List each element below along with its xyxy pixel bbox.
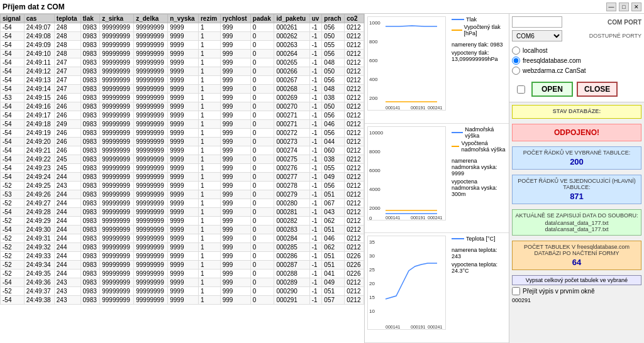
svg-text:35: 35 — [369, 239, 375, 245]
table-cell-16-10: 000276 — [274, 164, 309, 173]
table-cell-26-8: 999 — [220, 252, 250, 261]
table-cell-22-10: 000282 — [274, 217, 309, 226]
table-cell-4-8: 999 — [220, 58, 250, 67]
table-cell-23-12: 051 — [322, 226, 345, 234]
table-cell-1-1: 24:49:08 — [24, 32, 54, 41]
table-cell-7-9: 0 — [250, 85, 274, 94]
table-cell-17-13: 0212 — [345, 173, 364, 182]
open-close-row: OPEN CLOSE — [512, 79, 641, 99]
table-cell-12-3: 0983 — [80, 129, 100, 138]
table-cell-20-1: 24:49:27 — [24, 199, 54, 208]
table-cell-16-5: 99999999 — [134, 164, 168, 173]
table-cell-23-10: 000283 — [274, 226, 309, 234]
table-row: -5424:49:1024809839999999999999999999919… — [1, 50, 364, 58]
table-cell-22-6: 9999 — [168, 217, 199, 226]
svg-text:600: 600 — [369, 58, 378, 63]
table-cell-25-4: 99999999 — [100, 243, 134, 252]
table-cell-13-5: 99999999 — [134, 138, 168, 146]
table-cell-20-11: -1 — [309, 199, 322, 208]
table-row: -5424:49:1724609839999999999999999999919… — [1, 111, 364, 120]
vypsat-btn[interactable]: Vypsat celkový počet tabulek ve vybrané — [512, 275, 641, 285]
radio-freesql-input[interactable] — [512, 57, 520, 65]
table-cell-18-2: 243 — [54, 182, 80, 190]
com-input[interactable] — [512, 16, 562, 28]
table-cell-12-2: 246 — [54, 129, 80, 138]
radio-localhost-input[interactable] — [512, 46, 520, 55]
table-cell-22-12: 062 — [322, 217, 345, 226]
close-button[interactable]: CLOSE — [577, 82, 618, 97]
table-cell-11-0: -54 — [1, 120, 25, 129]
pressure-vypocteny: vypocteny tlak:13,099999999hPa — [452, 50, 506, 62]
table-cell-3-11: -1 — [309, 50, 322, 58]
table-cell-22-1: 24:49:29 — [24, 217, 54, 226]
open-button[interactable]: OPEN — [531, 82, 573, 97]
table-header-id_paketu: id_paketu — [274, 14, 309, 23]
table-cell-25-3: 0983 — [80, 243, 100, 252]
table-cell-16-2: 245 — [54, 164, 80, 173]
table-cell-13-8: 999 — [220, 138, 250, 146]
table-cell-3-10: 000264 — [274, 50, 309, 58]
table-cell-5-4: 99999999 — [100, 67, 134, 76]
table-cell-19-5: 99999999 — [134, 190, 168, 199]
table-cell-28-4: 99999999 — [100, 270, 134, 278]
temperature-chart-area: 35 30 25 20 15 10 000141 000191 000241 — [367, 236, 449, 340]
table-cell-1-3: 0983 — [80, 32, 100, 41]
table-cell-13-4: 99999999 — [100, 138, 134, 146]
table-row: -5424:49:3624309839999999999999999999919… — [1, 278, 364, 287]
table-cell-7-10: 000268 — [274, 85, 309, 94]
table-cell-0-11: -1 — [309, 23, 322, 32]
table-cell-23-7: 1 — [198, 226, 220, 234]
table-row: -5424:49:2424409839999999999999999999919… — [1, 173, 364, 182]
table-cell-4-4: 99999999 — [100, 58, 134, 67]
table-cell-22-7: 1 — [198, 217, 220, 226]
table-cell-27-3: 0983 — [80, 261, 100, 270]
pressure-legend-1: Tlak — [452, 16, 506, 23]
table-cell-0-4: 99999999 — [100, 23, 134, 32]
table-row: -5224:49:2924409839999999999999999999919… — [1, 217, 364, 226]
radio-webzdarma-input[interactable] — [512, 67, 520, 75]
table-cell-22-11: -1 — [309, 217, 322, 226]
table-scroll[interactable]: signalcasteplotatlakz_sirkaz_delkan_vysk… — [0, 14, 364, 328]
pocet-radku-sjednocujici-value: 871 — [515, 192, 638, 201]
close-btn[interactable]: ✕ — [631, 3, 641, 11]
controls-top: COM PORT COM6 DOSTUPNÉ PORTY localhost f… — [509, 14, 644, 102]
stav-databaze-section: STAV DATABÁZE: — [512, 105, 641, 119]
table-cell-24-2: 244 — [54, 234, 80, 243]
table-cell-1-4: 99999999 — [100, 32, 134, 41]
checkbox-input[interactable] — [517, 85, 525, 94]
maximize-btn[interactable]: □ — [619, 3, 629, 11]
table-cell-18-12: 056 — [322, 182, 345, 190]
table-cell-5-9: 0 — [250, 67, 274, 76]
table-cell-5-10: 000266 — [274, 67, 309, 76]
table-cell-16-8: 999 — [220, 164, 250, 173]
pressure-chart-block: 1000 800 600 400 200 000141 000191 00024… — [365, 14, 509, 124]
table-cell-15-6: 9999 — [168, 155, 199, 164]
svg-text:6000: 6000 — [369, 168, 380, 173]
table-cell-5-0: -54 — [1, 67, 25, 76]
table-cell-20-2: 244 — [54, 199, 80, 208]
altitude-legend-2: Vypočtená nadmořská výška — [452, 140, 506, 153]
table-cell-23-1: 24:49:30 — [24, 226, 54, 234]
table-cell-30-5: 99999999 — [134, 287, 168, 296]
table-cell-14-10: 000274 — [274, 146, 309, 155]
table-cell-1-10: 000262 — [274, 32, 309, 41]
prejit-checkbox[interactable] — [512, 287, 520, 295]
table-cell-26-5: 99999999 — [134, 252, 168, 261]
svg-text:000241: 000241 — [428, 106, 442, 110]
window-title: Příjem dat z COM — [3, 3, 65, 11]
table-cell-28-2: 244 — [54, 270, 80, 278]
table-cell-10-3: 0983 — [80, 111, 100, 120]
pocet-radku-sjednocujici-section: POČET ŘÁDKŮ VE SJEDNOCUJÍCÍ (HLAVNÍ) TAB… — [512, 175, 641, 204]
table-cell-25-9: 0 — [250, 243, 274, 252]
svg-text:4000: 4000 — [369, 187, 380, 192]
table-cell-12-0: -54 — [1, 129, 25, 138]
table-cell-15-9: 0 — [250, 155, 274, 164]
table-cell-24-10: 000284 — [274, 234, 309, 243]
table-cell-21-7: 1 — [198, 208, 220, 217]
bottom-section: Vypsat celkový počet tabulek ve vybrané … — [512, 275, 641, 303]
table-cell-19-3: 0983 — [80, 190, 100, 199]
minimize-btn[interactable]: — — [606, 3, 616, 11]
com-select[interactable]: COM6 — [512, 30, 562, 41]
table-cell-8-0: -53 — [1, 94, 25, 102]
file-path-1: data\cansat_data_177.txt — [515, 220, 638, 226]
